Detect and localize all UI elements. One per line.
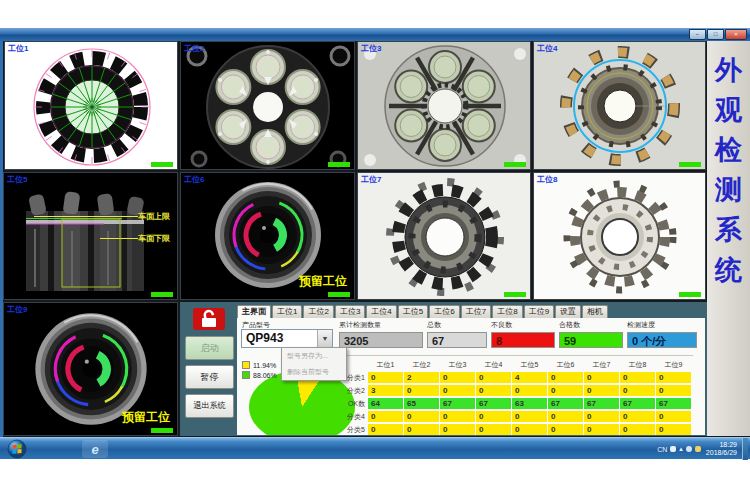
table-cell: 0: [440, 411, 475, 422]
combobox-dropdown-icon[interactable]: ▼: [317, 330, 332, 347]
tab-工位3[interactable]: 工位3: [335, 305, 365, 318]
table-col-header: 工位5: [512, 359, 547, 370]
progress-bar: [504, 162, 526, 167]
window-titlebar[interactable]: [0, 28, 750, 41]
table-col-header: 工位1: [368, 359, 403, 370]
tab-工位7[interactable]: 工位7: [461, 305, 491, 318]
tray-date: 2018/6/29: [706, 449, 737, 457]
app-title-char: 外: [715, 57, 742, 84]
progress-bar: [151, 162, 173, 167]
clock[interactable]: 18:29 2018/6/29: [706, 441, 737, 457]
reserved-station-label: 预留工位: [122, 409, 170, 426]
show-desktop-button[interactable]: [742, 438, 748, 460]
table-cell: 0: [476, 372, 511, 383]
ie-icon: e: [91, 442, 98, 457]
tab-设置[interactable]: 设置: [555, 305, 581, 318]
tab-工位9[interactable]: 工位9: [524, 305, 554, 318]
tray-icon[interactable]: [670, 446, 676, 452]
network-icon[interactable]: [686, 446, 692, 452]
tab-工位4[interactable]: 工位4: [366, 305, 396, 318]
stat-value: 8: [491, 332, 555, 348]
table-row-label: 分类4: [337, 411, 367, 422]
table-cell: 0: [368, 372, 403, 383]
progress-bar: [504, 292, 526, 297]
close-button[interactable]: ×: [725, 29, 747, 40]
menu-item-delete[interactable]: 删除当前型号: [282, 364, 346, 380]
station-3-view: 工位3: [357, 41, 531, 170]
station-2-view: 工位2: [180, 41, 355, 170]
tab-主界面[interactable]: 主界面: [237, 305, 271, 318]
tab-工位6[interactable]: 工位6: [429, 305, 459, 318]
progress-bar: [151, 428, 173, 433]
stat-label: 累计检测数量: [339, 320, 423, 330]
station-4-view: 工位4: [533, 41, 706, 170]
stats-row: 累计检测数量3205总数67不良数8合格数59检测速度0 个/分: [339, 320, 697, 348]
station-7-view: 工位7: [357, 172, 531, 300]
table-cell: 0: [440, 372, 475, 383]
station-7-image: [358, 173, 531, 300]
table-cell: 0: [476, 411, 511, 422]
minimize-button[interactable]: −: [689, 29, 706, 40]
tab-工位1[interactable]: 工位1: [272, 305, 302, 318]
results-table: 工位1工位2工位3工位4工位5工位6工位7工位8工位9分类1020040000分…: [337, 359, 691, 435]
table-cell: 0: [404, 411, 439, 422]
table-cell: 65: [404, 398, 439, 409]
hidden-icons-arrow[interactable]: ▴: [679, 445, 683, 453]
station-label: 工位3: [361, 43, 381, 54]
table-cell: 0: [368, 424, 403, 435]
tray-time: 18:29: [706, 441, 737, 449]
menu-item-save-as[interactable]: 型号另存为...: [282, 348, 346, 364]
table-row-label: 分类5: [337, 424, 367, 435]
start-button[interactable]: [7, 439, 27, 459]
table-cell: 0: [548, 385, 583, 396]
table-col-header: 工位4: [476, 359, 511, 370]
action-center-icon[interactable]: [695, 446, 701, 452]
stat-label: 总数: [427, 320, 487, 330]
table-cell: 0: [404, 424, 439, 435]
tab-相机[interactable]: 相机: [582, 305, 608, 318]
table-col-header: 工位9: [656, 359, 691, 370]
table-cell: 0: [548, 411, 583, 422]
progress-bar: [328, 162, 350, 167]
table-cell: 0: [476, 424, 511, 435]
app-title-char: 测: [715, 177, 742, 204]
lower-limit-annotation: 车面下限: [138, 233, 170, 244]
pause-button[interactable]: 暂停: [185, 365, 234, 389]
table-cell: 67: [548, 398, 583, 409]
table-col-header: 工位8: [620, 359, 655, 370]
table-cell: 0: [620, 424, 655, 435]
table-cell: 0: [584, 372, 619, 383]
table-cell: 0: [656, 372, 691, 383]
exit-system-button[interactable]: 退出系统: [185, 394, 234, 418]
tab-工位8[interactable]: 工位8: [492, 305, 522, 318]
table-cell: 67: [620, 398, 655, 409]
app-title-char: 系: [715, 217, 742, 244]
table-cell: 0: [656, 385, 691, 396]
table-col-header: 工位3: [440, 359, 475, 370]
table-row-label: OK数: [337, 398, 367, 409]
station-label: 工位8: [537, 174, 557, 185]
table-cell: 2: [404, 372, 439, 383]
start-button[interactable]: 启动: [185, 336, 234, 360]
unlock-icon[interactable]: [193, 308, 225, 330]
station-2-image: [181, 42, 355, 170]
language-indicator[interactable]: CN: [657, 446, 667, 453]
stat-label: 合格数: [559, 320, 623, 330]
maximize-button[interactable]: □: [707, 29, 724, 40]
progress-bar: [328, 292, 350, 297]
product-model-combobox[interactable]: QP943 ▼: [241, 329, 333, 348]
station-label: 工位5: [7, 174, 27, 185]
table-cell: 64: [368, 398, 403, 409]
screen: − □ × 工位1 工位2: [0, 0, 750, 485]
control-panel: 启动 暂停 退出系统 主界面工位1工位2工位3工位4工位5工位6工位7工位8工位…: [180, 302, 707, 436]
tab-工位5[interactable]: 工位5: [398, 305, 428, 318]
ie-taskbar-icon[interactable]: e: [82, 440, 108, 458]
table-cell: 0: [476, 385, 511, 396]
reserved-station-label: 预留工位: [299, 273, 347, 290]
tab-工位2[interactable]: 工位2: [303, 305, 333, 318]
table-cell: 0: [584, 411, 619, 422]
station-5-view: 工位5 车面上限 车面下限: [3, 172, 178, 300]
table-cell: 0: [620, 411, 655, 422]
station-label: 工位6: [184, 174, 204, 185]
app-title-char: 检: [715, 137, 742, 164]
